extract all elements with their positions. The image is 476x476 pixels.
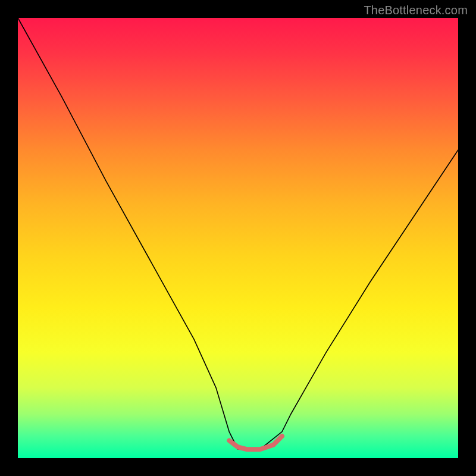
- chart-frame: TheBottleneck.com: [0, 0, 476, 476]
- watermark-text: TheBottleneck.com: [364, 4, 468, 17]
- bottleneck-curve: [18, 18, 458, 449]
- plot-area: [18, 18, 458, 458]
- chart-svg: [18, 18, 458, 458]
